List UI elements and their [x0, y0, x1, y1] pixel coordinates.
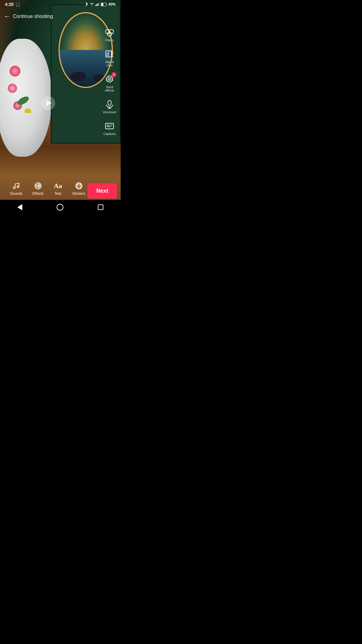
nav-home-circle-icon — [57, 204, 63, 211]
next-button[interactable]: Next — [88, 183, 117, 199]
headphone-icon: 🎧 — [15, 2, 20, 7]
nav-recents-button[interactable] — [98, 204, 103, 210]
voiceover-button[interactable]: Voiceover — [101, 97, 118, 116]
continue-shooting-label: Continue shooting — [13, 14, 53, 19]
nav-back-triangle-icon — [17, 204, 22, 210]
voice-effects-badge: 0 — [111, 72, 116, 77]
system-nav-bar — [0, 200, 121, 215]
adjust-clips-button[interactable]: Adjustclips — [101, 46, 118, 69]
voice-effects-button[interactable]: 0 Voiceeffects — [101, 72, 118, 94]
nav-back-button[interactable] — [17, 204, 22, 210]
filters-icon — [104, 27, 115, 38]
captions-button[interactable]: Captions — [101, 118, 118, 138]
text-icon: Aa — [54, 182, 62, 190]
back-button[interactable]: ← Continue shooting — [4, 12, 53, 20]
nav-home-button[interactable] — [57, 204, 63, 211]
voiceover-icon — [104, 99, 115, 110]
stickers-icon — [75, 182, 83, 190]
text-label: Text — [54, 191, 61, 196]
adjust-clips-icon — [104, 48, 115, 59]
svg-rect-22 — [106, 123, 114, 129]
svg-rect-19 — [108, 100, 111, 105]
svg-rect-0 — [95, 5, 96, 6]
captions-label: Captions — [103, 132, 115, 136]
voiceover-label: Voiceover — [103, 111, 116, 114]
stickers-button[interactable]: Stickers — [67, 179, 90, 198]
voice-effects-label: Voiceeffects — [105, 85, 114, 92]
svg-rect-2 — [97, 3, 98, 6]
captions-icon — [104, 120, 115, 131]
right-toolbar: Filters Adjustclips — [101, 25, 118, 138]
app: 4:20 🎧 — [0, 0, 121, 215]
play-button[interactable] — [41, 96, 55, 110]
back-arrow-icon: ← — [4, 12, 11, 20]
top-navigation: ← Continue shooting — [0, 10, 121, 23]
sounds-button[interactable]: Sounds — [5, 179, 28, 198]
effects-label: Effects — [32, 191, 44, 196]
sounds-icon — [12, 182, 20, 190]
effects-icon — [34, 182, 42, 190]
wifi-icon — [90, 2, 94, 7]
battery-icon — [101, 3, 107, 6]
svg-rect-5 — [101, 3, 103, 6]
stickers-label: Stickers — [72, 191, 85, 196]
battery-percent: 40% — [108, 2, 116, 7]
svg-point-31 — [79, 184, 80, 186]
bluetooth-icon — [85, 2, 88, 7]
adjust-clips-label: Adjustclips — [105, 60, 114, 67]
filters-label: Filters — [105, 39, 114, 42]
effects-button[interactable]: Effects — [28, 179, 49, 198]
status-bar: 4:20 🎧 — [0, 0, 121, 9]
voice-effects-icon: 0 — [104, 73, 115, 85]
filters-button[interactable]: Filters — [101, 25, 118, 44]
svg-rect-3 — [98, 3, 99, 6]
svg-point-18 — [109, 78, 110, 80]
text-button[interactable]: Aa Text — [49, 179, 67, 198]
svg-rect-1 — [96, 4, 97, 6]
nav-recents-square-icon — [98, 204, 103, 210]
svg-point-30 — [77, 184, 79, 186]
signal-icon — [95, 2, 100, 7]
sounds-label: Sounds — [10, 191, 23, 196]
status-time: 4:20 — [5, 2, 14, 7]
